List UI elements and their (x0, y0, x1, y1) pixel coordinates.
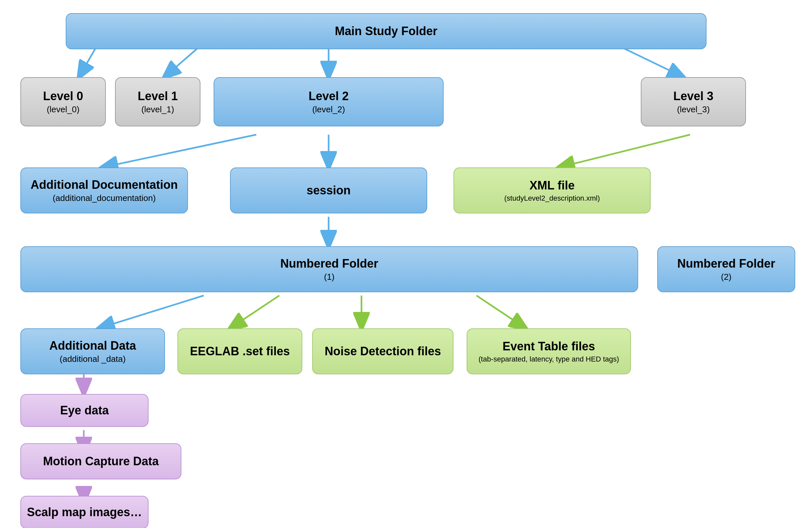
additional-documentation-node: Additional Documentation (additional_doc… (20, 167, 188, 213)
add-doc-label: Additional Documentation (31, 178, 178, 192)
event-table-label: Event Table files (503, 339, 595, 353)
scalp-map-label: Scalp map images… (27, 505, 142, 519)
motion-capture-node: Motion Capture Data (20, 443, 182, 479)
numbered-folder-2-node: Numbered Folder (2) (657, 246, 795, 292)
eye-data-node: Eye data (20, 394, 148, 427)
svg-line-6 (624, 49, 683, 77)
level1-subtitle: (level_1) (141, 104, 174, 115)
eye-data-label: Eye data (60, 403, 109, 417)
svg-line-9 (559, 135, 690, 167)
session-label: session (307, 183, 351, 197)
level0-node: Level 0 (level_0) (20, 77, 106, 126)
level3-node: Level 3 (level_3) (641, 77, 746, 126)
additional-data-subtitle: (additional _data) (60, 354, 126, 364)
additional-data-node: Additional Data (additional _data) (20, 328, 165, 374)
add-doc-subtitle: (additional_documentation) (53, 193, 156, 203)
eeglab-label: EEGLAB .set files (190, 344, 290, 358)
diagram-container: Main Study Folder Level 0 (level_0) Leve… (0, 0, 812, 528)
event-table-node: Event Table files (tab-separated, latenc… (467, 328, 631, 374)
svg-line-4 (164, 49, 197, 77)
eeglab-node: EEGLAB .set files (177, 328, 302, 374)
xml-file-node: XML file (studyLevel2_description.xml) (453, 167, 651, 213)
svg-line-12 (230, 296, 279, 328)
additional-data-label: Additional Data (49, 338, 136, 353)
svg-line-3 (79, 49, 95, 77)
level3-subtitle: (level_3) (677, 104, 710, 115)
xml-file-label: XML file (530, 178, 575, 192)
noise-detection-label: Noise Detection files (325, 344, 441, 358)
noise-detection-node: Noise Detection files (312, 328, 453, 374)
event-table-subtitle: (tab-separated, latency, type and HED ta… (478, 355, 619, 363)
main-study-folder-node: Main Study Folder (66, 13, 707, 49)
nf1-subtitle: (1) (324, 272, 335, 282)
svg-line-11 (99, 296, 204, 328)
motion-capture-label: Motion Capture Data (43, 454, 159, 468)
scalp-map-node: Scalp map images… (20, 496, 148, 528)
level0-label: Level 0 (43, 89, 83, 103)
level0-subtitle: (level_0) (47, 104, 79, 115)
level2-node: Level 2 (level_2) (214, 77, 444, 126)
level2-label: Level 2 (308, 89, 349, 103)
nf1-label: Numbered Folder (280, 256, 378, 271)
nf2-subtitle: (2) (721, 272, 731, 282)
session-node: session (230, 167, 427, 213)
numbered-folder-1-node: Numbered Folder (1) (20, 246, 638, 292)
level1-node: Level 1 (level_1) (115, 77, 201, 126)
level1-label: Level 1 (138, 89, 178, 103)
xml-file-subtitle: (studyLevel2_description.xml) (504, 194, 600, 202)
main-study-label: Main Study Folder (335, 24, 437, 38)
svg-line-14 (477, 296, 526, 328)
level3-label: Level 3 (673, 89, 713, 103)
svg-line-7 (102, 135, 256, 167)
level2-subtitle: (level_2) (312, 104, 345, 115)
nf2-label: Numbered Folder (677, 256, 775, 271)
